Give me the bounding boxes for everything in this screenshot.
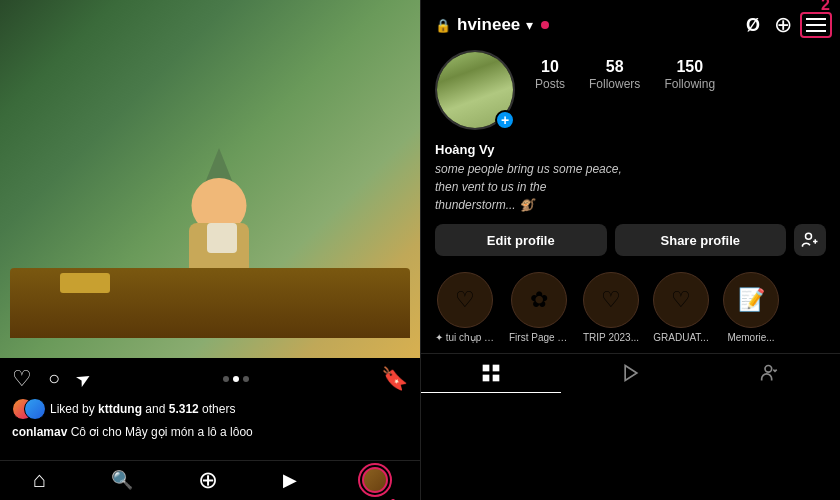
tab-grid[interactable] <box>421 354 561 393</box>
lock-icon: 🔒 <box>435 18 451 33</box>
highlight-circle-2: ✿ <box>511 272 567 328</box>
profile-topbar: 🔒 hvineee ▾ Ø ⊕ 2 <box>421 0 840 50</box>
badge-2: 2 <box>821 0 830 14</box>
profile-name-bio: Hoàng Vy some people bring us some peace… <box>421 142 840 224</box>
tab-tagged[interactable] <box>700 354 840 393</box>
post-actions: ♡ ○ ➤ 🔖 Liked by kttdung and 5.312 other… <box>0 358 420 460</box>
tagged-icon <box>760 363 780 383</box>
menu-icon-wrapper[interactable]: 2 <box>806 18 826 32</box>
bio-line3: thunderstorm... 🐒 <box>435 198 534 212</box>
username-row: 🔒 hvineee ▾ <box>435 15 549 35</box>
hamburger-icon[interactable] <box>806 18 826 32</box>
bottom-nav: ⌂ 🔍 ⊕ ▶ 1 <box>0 460 420 500</box>
svg-point-8 <box>765 366 772 373</box>
add-person-button[interactable] <box>794 224 826 256</box>
threads-icon[interactable]: Ø <box>746 15 760 36</box>
caption-text: Cô ơi cho Mây gọi món a lô a lôoo <box>67 425 252 439</box>
username-label: hvineee <box>457 15 520 35</box>
highlight-3[interactable]: ♡ TRIP 2023... <box>583 272 639 343</box>
profile-info-row: + 10 Posts 58 Followers 150 Following <box>421 50 840 142</box>
svg-rect-5 <box>482 375 489 382</box>
reels-nav-icon[interactable]: ▶ <box>283 469 297 491</box>
dot-2 <box>233 376 239 382</box>
bio-text: some people bring us some peace, then ve… <box>435 160 826 214</box>
highlight-5[interactable]: 📝 Memorie... <box>723 272 779 343</box>
likes-row: Liked by kttdung and 5.312 others <box>12 398 408 420</box>
highlight-label-5: Memorie... <box>727 332 774 343</box>
highlight-4[interactable]: ♡ GRADUAT... <box>653 272 709 343</box>
followers-label: Followers <box>589 77 640 91</box>
posts-count: 10 <box>541 58 559 76</box>
add-nav-icon[interactable]: ⊕ <box>198 466 218 494</box>
share-icon[interactable]: ➤ <box>72 366 96 393</box>
highlights-row: ♡ ✦ tui chụp 🐒 ✿ First Page 😊 ♡ TRIP 202… <box>421 268 840 353</box>
posts-label: Posts <box>535 77 565 91</box>
action-bar: ♡ ○ ➤ 🔖 <box>12 366 408 392</box>
caption-row: conlamav Cô ơi cho Mây gọi món a lô a lô… <box>12 424 408 441</box>
hamburger-line-3 <box>806 30 826 32</box>
highlight-label-1: ✦ tui chụp 🐒 <box>435 332 495 343</box>
hamburger-line-2 <box>806 24 826 26</box>
highlight-label-4: GRADUAT... <box>653 332 708 343</box>
content-tabs <box>421 353 840 393</box>
tab-reels[interactable] <box>561 354 701 393</box>
bookmark-icon[interactable]: 🔖 <box>381 366 408 392</box>
highlight-circle-3: ♡ <box>583 272 639 328</box>
svg-point-0 <box>806 233 812 239</box>
svg-marker-7 <box>625 366 637 381</box>
svg-rect-6 <box>492 375 499 382</box>
posts-stat[interactable]: 10 Posts <box>535 58 565 91</box>
dot-3 <box>243 376 249 382</box>
following-count: 150 <box>676 58 703 76</box>
svg-rect-4 <box>492 365 499 372</box>
table-item <box>60 273 110 293</box>
highlight-1[interactable]: ♡ ✦ tui chụp 🐒 <box>435 272 495 343</box>
edit-profile-button[interactable]: Edit profile <box>435 224 607 256</box>
grid-icon <box>481 363 501 383</box>
new-post-icon[interactable]: ⊕ <box>774 12 792 38</box>
highlight-label-3: TRIP 2023... <box>583 332 639 343</box>
display-name: Hoàng Vy <box>435 142 826 157</box>
highlight-circle-4: ♡ <box>653 272 709 328</box>
carousel-dots <box>223 376 249 382</box>
highlight-label-2: First Page 😊 <box>509 332 569 343</box>
chevron-down-icon[interactable]: ▾ <box>526 17 533 33</box>
share-profile-button[interactable]: Share profile <box>615 224 787 256</box>
profile-nav-wrapper[interactable]: 1 <box>362 467 388 493</box>
post-image <box>0 0 420 358</box>
action-left-icons: ♡ ○ ➤ <box>12 366 91 392</box>
svg-rect-3 <box>482 365 489 372</box>
followers-count: 58 <box>606 58 624 76</box>
stats-container: 10 Posts 58 Followers 150 Following <box>535 50 715 91</box>
bib <box>207 223 237 253</box>
likes-text: Liked by kttdung and 5.312 others <box>50 402 235 416</box>
avatar-group <box>12 398 44 420</box>
bio-line1: some people bring us some peace, <box>435 162 622 176</box>
add-story-button[interactable]: + <box>495 110 515 130</box>
add-person-icon <box>801 231 819 249</box>
like-icon[interactable]: ♡ <box>12 366 32 392</box>
following-stat[interactable]: 150 Following <box>664 58 715 91</box>
home-nav-icon[interactable]: ⌂ <box>32 467 45 493</box>
profile-buttons: Edit profile Share profile <box>421 224 840 268</box>
reels-icon <box>621 363 641 383</box>
highlight-circle-5: 📝 <box>723 272 779 328</box>
caption-username: conlamav <box>12 425 67 439</box>
topbar-icons: Ø ⊕ 2 <box>746 12 826 38</box>
stats-row: 10 Posts 58 Followers 150 Following <box>535 58 715 91</box>
avatar-container: + <box>435 50 515 130</box>
right-panel: 🔒 hvineee ▾ Ø ⊕ 2 + <box>420 0 840 500</box>
bio-line2: then vent to us in the <box>435 180 546 194</box>
left-panel: ♡ ○ ➤ 🔖 Liked by kttdung and 5.312 other… <box>0 0 420 500</box>
followers-stat[interactable]: 58 Followers <box>589 58 640 91</box>
hamburger-line-1 <box>806 18 826 20</box>
avatar-2 <box>24 398 46 420</box>
comment-icon[interactable]: ○ <box>48 367 60 390</box>
profile-nav-avatar[interactable] <box>362 467 388 493</box>
highlight-circle-1: ♡ <box>437 272 493 328</box>
online-dot <box>541 21 549 29</box>
search-nav-icon[interactable]: 🔍 <box>111 469 133 491</box>
following-label: Following <box>664 77 715 91</box>
dot-1 <box>223 376 229 382</box>
highlight-2[interactable]: ✿ First Page 😊 <box>509 272 569 343</box>
